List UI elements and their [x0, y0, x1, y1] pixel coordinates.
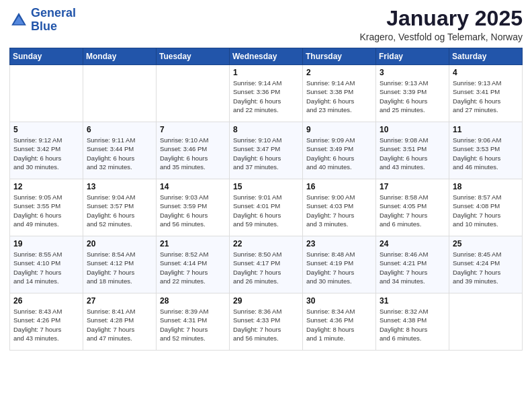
weekday-header-thursday: Thursday [303, 48, 376, 65]
day-number: 23 [306, 239, 372, 248]
day-cell: 31Sunrise: 8:32 AM Sunset: 4:38 PM Dayli… [376, 293, 449, 351]
day-cell: 19Sunrise: 8:55 AM Sunset: 4:10 PM Dayli… [10, 236, 83, 293]
weekday-header-tuesday: Tuesday [157, 48, 230, 65]
day-info: Sunrise: 9:14 AM Sunset: 3:36 PM Dayligh… [233, 79, 299, 114]
day-cell: 29Sunrise: 8:36 AM Sunset: 4:33 PM Dayli… [230, 293, 303, 351]
day-number: 9 [306, 125, 372, 134]
day-info: Sunrise: 8:43 AM Sunset: 4:26 PM Dayligh… [13, 307, 79, 342]
weekday-header-friday: Friday [376, 48, 449, 65]
title-area: January 2025 Kragero, Vestfold og Telema… [359, 7, 523, 42]
day-info: Sunrise: 8:48 AM Sunset: 4:19 PM Dayligh… [306, 250, 372, 285]
day-number: 5 [13, 125, 79, 134]
day-info: Sunrise: 8:52 AM Sunset: 4:14 PM Dayligh… [160, 250, 226, 285]
day-cell: 10Sunrise: 9:08 AM Sunset: 3:51 PM Dayli… [376, 122, 449, 179]
day-cell [449, 293, 523, 351]
day-cell: 25Sunrise: 8:45 AM Sunset: 4:24 PM Dayli… [449, 236, 523, 293]
day-cell: 28Sunrise: 8:39 AM Sunset: 4:31 PM Dayli… [157, 293, 230, 351]
day-number: 22 [233, 239, 299, 248]
day-number: 1 [233, 68, 299, 77]
day-info: Sunrise: 8:50 AM Sunset: 4:17 PM Dayligh… [233, 250, 299, 285]
day-cell: 9Sunrise: 9:09 AM Sunset: 3:49 PM Daylig… [303, 122, 376, 179]
week-row-2: 5Sunrise: 9:12 AM Sunset: 3:42 PM Daylig… [10, 122, 523, 179]
day-info: Sunrise: 9:12 AM Sunset: 3:42 PM Dayligh… [13, 136, 79, 171]
day-cell: 6Sunrise: 9:11 AM Sunset: 3:44 PM Daylig… [83, 122, 157, 179]
day-info: Sunrise: 9:00 AM Sunset: 4:03 PM Dayligh… [306, 193, 372, 228]
day-info: Sunrise: 9:05 AM Sunset: 3:55 PM Dayligh… [13, 193, 79, 228]
day-cell [83, 65, 157, 122]
week-row-1: 1Sunrise: 9:14 AM Sunset: 3:36 PM Daylig… [10, 65, 523, 122]
logo-line2: Blue [31, 19, 57, 33]
day-info: Sunrise: 9:13 AM Sunset: 3:41 PM Dayligh… [453, 79, 519, 114]
day-number: 10 [380, 125, 445, 134]
day-cell: 7Sunrise: 9:10 AM Sunset: 3:46 PM Daylig… [157, 122, 230, 179]
day-info: Sunrise: 9:06 AM Sunset: 3:53 PM Dayligh… [453, 136, 519, 171]
day-number: 13 [87, 182, 152, 191]
location: Kragero, Vestfold og Telemark, Norway [359, 32, 523, 42]
day-info: Sunrise: 9:10 AM Sunset: 3:47 PM Dayligh… [233, 136, 299, 171]
day-info: Sunrise: 8:57 AM Sunset: 4:08 PM Dayligh… [453, 193, 519, 228]
weekday-header-monday: Monday [83, 48, 157, 65]
day-info: Sunrise: 9:03 AM Sunset: 3:59 PM Dayligh… [160, 193, 226, 228]
day-cell: 8Sunrise: 9:10 AM Sunset: 3:47 PM Daylig… [230, 122, 303, 179]
day-number: 26 [13, 296, 79, 306]
weekday-header-sunday: Sunday [10, 48, 83, 65]
day-cell [10, 65, 83, 122]
day-info: Sunrise: 9:14 AM Sunset: 3:38 PM Dayligh… [306, 79, 372, 114]
day-info: Sunrise: 8:36 AM Sunset: 4:33 PM Dayligh… [233, 307, 299, 342]
day-info: Sunrise: 8:41 AM Sunset: 4:28 PM Dayligh… [87, 307, 152, 342]
day-cell: 16Sunrise: 9:00 AM Sunset: 4:03 PM Dayli… [303, 179, 376, 236]
day-number: 2 [306, 68, 372, 77]
day-info: Sunrise: 9:11 AM Sunset: 3:44 PM Dayligh… [87, 136, 152, 171]
day-number: 28 [160, 296, 226, 306]
day-info: Sunrise: 8:45 AM Sunset: 4:24 PM Dayligh… [453, 250, 519, 285]
day-info: Sunrise: 8:34 AM Sunset: 4:36 PM Dayligh… [306, 307, 372, 342]
day-cell: 24Sunrise: 8:46 AM Sunset: 4:21 PM Dayli… [376, 236, 449, 293]
day-cell: 12Sunrise: 9:05 AM Sunset: 3:55 PM Dayli… [10, 179, 83, 236]
month-title: January 2025 [359, 7, 523, 30]
day-number: 31 [380, 296, 445, 306]
logo: General Blue [9, 7, 76, 34]
day-cell: 15Sunrise: 9:01 AM Sunset: 4:01 PM Dayli… [230, 179, 303, 236]
day-cell: 13Sunrise: 9:04 AM Sunset: 3:57 PM Dayli… [83, 179, 157, 236]
calendar: SundayMondayTuesdayWednesdayThursdayFrid… [9, 48, 523, 351]
header: General Blue January 2025 Kragero, Vestf… [9, 7, 523, 42]
day-info: Sunrise: 8:46 AM Sunset: 4:21 PM Dayligh… [380, 250, 445, 285]
day-info: Sunrise: 9:08 AM Sunset: 3:51 PM Dayligh… [380, 136, 445, 171]
day-cell: 23Sunrise: 8:48 AM Sunset: 4:19 PM Dayli… [303, 236, 376, 293]
day-cell: 20Sunrise: 8:54 AM Sunset: 4:12 PM Dayli… [83, 236, 157, 293]
weekday-header-saturday: Saturday [449, 48, 523, 65]
logo-line1: General [31, 6, 76, 19]
day-info: Sunrise: 8:32 AM Sunset: 4:38 PM Dayligh… [380, 307, 445, 342]
day-cell: 30Sunrise: 8:34 AM Sunset: 4:36 PM Dayli… [303, 293, 376, 351]
day-cell: 11Sunrise: 9:06 AM Sunset: 3:53 PM Dayli… [449, 122, 523, 179]
day-info: Sunrise: 8:54 AM Sunset: 4:12 PM Dayligh… [87, 250, 152, 285]
day-cell: 14Sunrise: 9:03 AM Sunset: 3:59 PM Dayli… [157, 179, 230, 236]
day-number: 15 [233, 182, 299, 191]
day-info: Sunrise: 9:09 AM Sunset: 3:49 PM Dayligh… [306, 136, 372, 171]
day-number: 8 [233, 125, 299, 134]
weekday-row: SundayMondayTuesdayWednesdayThursdayFrid… [10, 48, 523, 65]
day-cell: 22Sunrise: 8:50 AM Sunset: 4:17 PM Dayli… [230, 236, 303, 293]
page: General Blue January 2025 Kragero, Vestf… [0, 0, 532, 411]
calendar-body: 1Sunrise: 9:14 AM Sunset: 3:36 PM Daylig… [10, 65, 523, 351]
day-cell: 5Sunrise: 9:12 AM Sunset: 3:42 PM Daylig… [10, 122, 83, 179]
day-info: Sunrise: 9:04 AM Sunset: 3:57 PM Dayligh… [87, 193, 152, 228]
day-cell [157, 65, 230, 122]
day-info: Sunrise: 9:01 AM Sunset: 4:01 PM Dayligh… [233, 193, 299, 228]
day-cell: 2Sunrise: 9:14 AM Sunset: 3:38 PM Daylig… [303, 65, 376, 122]
day-number: 3 [380, 68, 445, 77]
day-cell: 26Sunrise: 8:43 AM Sunset: 4:26 PM Dayli… [10, 293, 83, 351]
day-cell: 1Sunrise: 9:14 AM Sunset: 3:36 PM Daylig… [230, 65, 303, 122]
day-cell: 17Sunrise: 8:58 AM Sunset: 4:05 PM Dayli… [376, 179, 449, 236]
day-info: Sunrise: 8:58 AM Sunset: 4:05 PM Dayligh… [380, 193, 445, 228]
day-info: Sunrise: 9:13 AM Sunset: 3:39 PM Dayligh… [380, 79, 445, 114]
day-number: 20 [87, 239, 152, 248]
day-number: 30 [306, 296, 372, 306]
logo-icon [9, 11, 28, 30]
day-number: 16 [306, 182, 372, 191]
day-number: 25 [453, 239, 519, 248]
day-number: 17 [380, 182, 445, 191]
day-info: Sunrise: 9:10 AM Sunset: 3:46 PM Dayligh… [160, 136, 226, 171]
week-row-4: 19Sunrise: 8:55 AM Sunset: 4:10 PM Dayli… [10, 236, 523, 293]
day-number: 4 [453, 68, 519, 77]
